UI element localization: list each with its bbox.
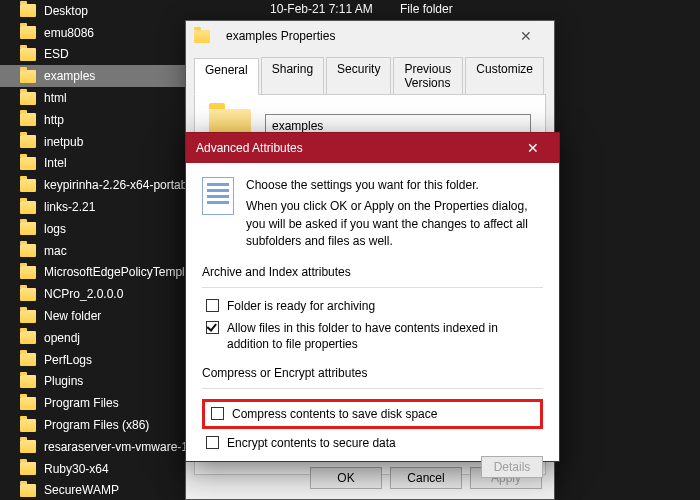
group-archive-label: Archive and Index attributes [202, 265, 543, 279]
type-cell: File folder [400, 0, 500, 22]
file-name: NCPro_2.0.0.0 [44, 287, 123, 301]
divider [202, 287, 543, 288]
folder-icon [20, 484, 36, 497]
encrypt-checkbox[interactable] [206, 436, 219, 449]
tab-sharing[interactable]: Sharing [261, 57, 324, 94]
tab-general[interactable]: General [194, 58, 259, 95]
file-name: inetpub [44, 135, 83, 149]
highlight-box: Compress contents to save disk space [202, 399, 543, 429]
folder-icon [20, 157, 36, 170]
archive-label: Folder is ready for archiving [227, 298, 375, 314]
file-name: examples [44, 69, 95, 83]
file-name: logs [44, 222, 66, 236]
close-icon[interactable]: ✕ [517, 140, 549, 156]
file-name: keypirinha-2.26-x64-portab [44, 178, 187, 192]
properties-titlebar[interactable]: examples Properties ✕ [186, 21, 554, 51]
folder-icon [20, 375, 36, 388]
tab-customize[interactable]: Customize [465, 57, 544, 94]
archive-checkbox[interactable] [206, 299, 219, 312]
folder-icon [20, 310, 36, 323]
index-label: Allow files in this folder to have conte… [227, 320, 543, 352]
file-name: http [44, 113, 64, 127]
file-name: links-2.21 [44, 200, 95, 214]
tab-security[interactable]: Security [326, 57, 391, 94]
file-name: New folder [44, 309, 101, 323]
tab-previous-versions[interactable]: Previous Versions [393, 57, 463, 94]
group-compress-label: Compress or Encrypt attributes [202, 366, 543, 380]
settings-sheet-icon [202, 177, 234, 215]
compress-label: Compress contents to save disk space [232, 406, 437, 422]
file-name: Program Files [44, 396, 119, 410]
file-name: Desktop [44, 4, 88, 18]
folder-icon [20, 244, 36, 257]
properties-tabs: GeneralSharingSecurityPrevious VersionsC… [194, 57, 546, 95]
file-name: resaraserver-vm-vmware-1.0 [44, 440, 198, 454]
folder-icon [194, 30, 210, 43]
folder-icon [20, 48, 36, 61]
file-name: opendj [44, 331, 80, 345]
file-name: SecureWAMP [44, 483, 119, 497]
close-icon[interactable]: ✕ [506, 28, 546, 44]
advanced-intro-line2: When you click OK or Apply on the Proper… [246, 198, 543, 250]
folder-icon [20, 179, 36, 192]
compress-checkbox[interactable] [211, 407, 224, 420]
advanced-titlebar[interactable]: Advanced Attributes ✕ [186, 133, 559, 163]
file-name: Program Files (x86) [44, 418, 149, 432]
folder-icon [20, 331, 36, 344]
folder-icon [20, 266, 36, 279]
folder-icon [20, 288, 36, 301]
details-button[interactable]: Details [481, 456, 543, 478]
encrypt-label: Encrypt contents to secure data [227, 435, 396, 451]
index-checkbox[interactable] [206, 321, 219, 334]
advanced-title: Advanced Attributes [196, 141, 517, 155]
folder-icon [20, 201, 36, 214]
file-name: Intel [44, 156, 67, 170]
file-name: html [44, 91, 67, 105]
folder-icon [20, 26, 36, 39]
folder-icon [20, 92, 36, 105]
file-row[interactable]: Desktop [0, 0, 250, 22]
file-name: ESD [44, 47, 69, 61]
folder-icon [20, 419, 36, 432]
folder-icon [20, 222, 36, 235]
folder-icon [20, 135, 36, 148]
folder-icon [20, 70, 36, 83]
properties-title: examples Properties [226, 29, 506, 43]
file-name: Ruby30-x64 [44, 462, 109, 476]
file-name: MicrosoftEdgePolicyTempla [44, 265, 191, 279]
file-name: PerfLogs [44, 353, 92, 367]
divider [202, 388, 543, 389]
folder-icon [20, 4, 36, 17]
folder-icon [20, 462, 36, 475]
file-name: Plugins [44, 374, 83, 388]
folder-icon [20, 397, 36, 410]
file-name: mac [44, 244, 67, 258]
advanced-intro-line1: Choose the settings you want for this fo… [246, 177, 543, 194]
folder-icon [20, 113, 36, 126]
file-name: emu8086 [44, 26, 94, 40]
advanced-attributes-dialog: Advanced Attributes ✕ Choose the setting… [185, 132, 560, 462]
advanced-intro: Choose the settings you want for this fo… [246, 177, 543, 251]
folder-icon [20, 440, 36, 453]
folder-icon [20, 353, 36, 366]
